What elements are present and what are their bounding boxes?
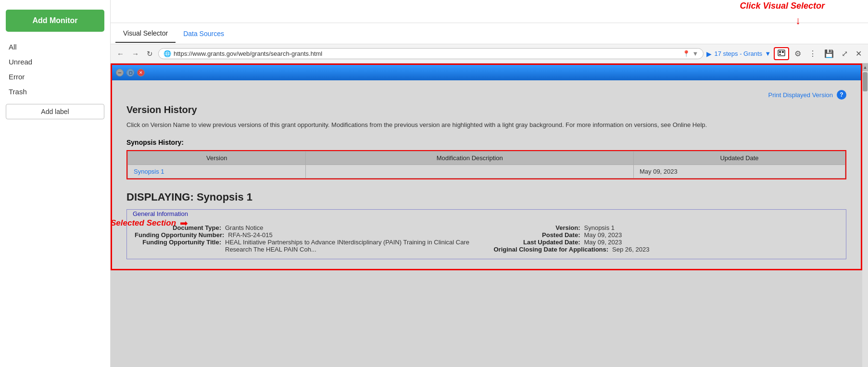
funding-title-label: Funding Opportunity Title:	[135, 239, 221, 246]
version-label: Version:	[494, 224, 580, 231]
col-modification: Modification Description	[306, 151, 634, 165]
help-icon[interactable]: ?	[837, 90, 846, 100]
location-icon: 📍	[682, 50, 690, 57]
general-info-legend: General Information	[131, 210, 190, 217]
browser-window[interactable]: ─ ◻ ✕ Print Displayed Version ? Version …	[111, 63, 862, 367]
version-history-description: Click on Version Name to view previous v…	[126, 120, 846, 130]
click-visual-selector-annotation: Click Visual Selector	[740, 1, 825, 11]
version-history-title: Version History	[126, 104, 846, 115]
visual-selector-toolbar-button[interactable]	[774, 47, 789, 60]
selected-section-wrapper: Version Modification Description Updated…	[126, 150, 846, 179]
info-right-col: Version: Synopsis 1 Posted Date: May 09,…	[494, 224, 839, 253]
expand-button[interactable]: ⤢	[839, 48, 850, 60]
page-content-area: Print Displayed Version ? Version Histor…	[112, 80, 861, 269]
closing-date-value: Sep 26, 2023	[612, 246, 649, 253]
closing-date-label: Original Closing Date for Applications:	[494, 246, 609, 253]
content-area: ─ ◻ ✕ Print Displayed Version ? Version …	[111, 63, 868, 367]
sidebar-item-all[interactable]: All	[0, 39, 110, 54]
annotation-bar: Click Visual Selector ↓	[111, 0, 868, 23]
synopsis-history-table: Version Modification Description Updated…	[127, 151, 845, 178]
tabs-row: Visual Selector Data Sources	[111, 23, 868, 44]
scrollbar[interactable]: ▲	[862, 63, 868, 367]
sidebar: Add Monitor All Unread Error Trash Add l…	[0, 0, 111, 367]
settings-button[interactable]: ⚙	[792, 48, 804, 60]
window-close-button[interactable]: ✕	[137, 69, 145, 76]
reload-button[interactable]: ↻	[144, 48, 155, 60]
version-row: Version: Synopsis 1	[494, 224, 839, 231]
closing-date-row: Original Closing Date for Applications: …	[494, 246, 839, 253]
posted-date-value: May 09, 2023	[584, 231, 622, 239]
steps-label: 17 steps - Grants	[714, 50, 762, 57]
print-version-row: Print Displayed Version ?	[126, 90, 846, 100]
inner-titlebar: ─ ◻ ✕	[112, 65, 861, 80]
displaying-title: DISPLAYING: Synopsis 1	[126, 191, 846, 203]
synopsis-history-label: Synopsis History:	[126, 139, 846, 146]
globe-icon: 🌐	[164, 50, 171, 57]
sidebar-item-error[interactable]: Error	[0, 69, 110, 84]
svg-rect-3	[779, 54, 781, 55]
browser-toolbar: ← → ↻ 🌐 https://www.grants.gov/web/grant…	[111, 44, 868, 63]
play-icon: ▶	[706, 50, 712, 58]
synopsis-table: Version Modification Description Updated…	[126, 150, 846, 179]
funding-title-value: HEAL Initiative Partnerships to Advance …	[225, 239, 479, 253]
posted-date-row: Posted Date: May 09, 2023	[494, 231, 839, 239]
forward-button[interactable]: →	[129, 48, 141, 59]
main-content: Click Visual Selector ↓ Visual Selector …	[111, 0, 868, 367]
info-left-col: Document Type: Grants Notice Funding Opp…	[135, 224, 479, 253]
close-button[interactable]: ✕	[853, 48, 864, 60]
dropdown-arrow-steps: ▼	[765, 50, 771, 57]
window-minimize-button[interactable]: ─	[116, 69, 124, 76]
sidebar-item-unread[interactable]: Unread	[0, 54, 110, 69]
doc-type-value: Grants Notice	[225, 224, 263, 231]
col-updated-date: Updated Date	[633, 151, 845, 165]
add-monitor-button[interactable]: Add Monitor	[6, 10, 104, 32]
general-info-box: General Information Document Type: Grant…	[126, 209, 846, 259]
more-options-button[interactable]: ⋮	[806, 48, 819, 60]
svg-rect-0	[778, 50, 785, 56]
funding-number-label: Funding Opportunity Number:	[135, 231, 224, 239]
updated-date-cell: May 09, 2023	[633, 165, 845, 178]
scroll-up-arrow[interactable]: ▲	[862, 63, 868, 71]
funding-number-row: Funding Opportunity Number: RFA-NS-24-01…	[135, 231, 479, 239]
svg-rect-1	[779, 51, 781, 53]
url-text: https://www.grants.gov/web/grants/search…	[174, 50, 680, 57]
last-updated-value: May 09, 2023	[584, 239, 622, 246]
print-displayed-version-link[interactable]: Print Displayed Version	[768, 91, 833, 99]
window-maximize-button[interactable]: ◻	[126, 69, 134, 76]
table-row: Synopsis 1 May 09, 2023	[128, 165, 845, 178]
last-updated-row: Last Updated Date: May 09, 2023	[494, 239, 839, 246]
save-button[interactable]: 💾	[822, 48, 836, 60]
synopsis-1-link[interactable]: Synopsis 1	[128, 165, 306, 178]
inner-window: ─ ◻ ✕ Print Displayed Version ? Version …	[111, 63, 862, 270]
posted-date-label: Posted Date:	[494, 231, 580, 239]
version-value: Synopsis 1	[584, 224, 615, 231]
svg-rect-2	[782, 51, 784, 53]
doc-type-row: Document Type: Grants Notice	[135, 224, 479, 231]
modification-desc-cell	[306, 165, 634, 178]
url-bar[interactable]: 🌐 https://www.grants.gov/web/grants/sear…	[158, 48, 704, 59]
tab-data-sources[interactable]: Data Sources	[176, 25, 232, 42]
funding-number-value: RFA-NS-24-015	[228, 231, 272, 239]
add-label-button[interactable]: Add label	[6, 104, 104, 119]
steps-badge: ▶ 17 steps - Grants ▼	[706, 50, 771, 58]
sidebar-item-trash[interactable]: Trash	[0, 84, 110, 99]
annotation-arrow-icon: ↓	[795, 14, 801, 27]
last-updated-label: Last Updated Date:	[494, 239, 580, 246]
scroll-thumb[interactable]	[863, 72, 868, 91]
info-grid: Document Type: Grants Notice Funding Opp…	[127, 218, 846, 259]
dropdown-arrow: ▼	[692, 50, 699, 57]
col-version: Version	[128, 151, 306, 165]
tab-visual-selector[interactable]: Visual Selector	[115, 25, 176, 43]
funding-title-row: Funding Opportunity Title: HEAL Initiati…	[135, 239, 479, 253]
back-button[interactable]: ←	[114, 48, 126, 59]
doc-type-label: Document Type:	[135, 224, 221, 231]
